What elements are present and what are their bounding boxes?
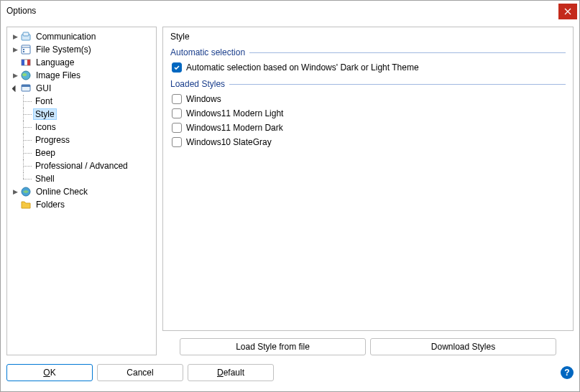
tree-item-progress[interactable]: Progress xyxy=(19,134,155,146)
tree-label: Font xyxy=(33,95,55,107)
folders-icon xyxy=(20,199,32,210)
svg-rect-3 xyxy=(23,32,29,36)
chevron-right-icon[interactable]: ▶ xyxy=(10,45,20,55)
tree-label: Language xyxy=(34,57,76,68)
communication-icon xyxy=(20,31,32,42)
chevron-down-icon[interactable] xyxy=(10,83,20,93)
tree-label: Image Files xyxy=(34,70,83,81)
checkbox-unchecked-icon xyxy=(172,94,182,104)
svg-rect-4 xyxy=(22,45,30,54)
style-panel: Style Automatic selection Automatic sele… xyxy=(162,27,574,331)
checkbox-unchecked-icon xyxy=(172,123,182,133)
tree-item-language[interactable]: ▶ Language xyxy=(9,56,155,69)
content-area: ▶ Communication ▶ File System(s) ▶ Langu… xyxy=(1,21,579,361)
language-icon xyxy=(20,57,32,68)
gui-children: Font Style Icons Progress Beep Professio… xyxy=(9,95,155,185)
checkbox-unchecked-icon xyxy=(172,137,182,147)
options-tree[interactable]: ▶ Communication ▶ File System(s) ▶ Langu… xyxy=(6,27,157,355)
filesystem-icon xyxy=(20,44,32,55)
tree-label: Style xyxy=(33,108,57,120)
tree-label: Professional / Advanced xyxy=(33,160,130,172)
checkbox-label: Windows11 Modern Light xyxy=(186,108,283,118)
close-button[interactable] xyxy=(558,4,577,19)
tree-item-onlinecheck[interactable]: ▶ Online Check xyxy=(9,185,155,198)
svg-rect-10 xyxy=(27,60,30,65)
tree-label: Beep xyxy=(33,147,57,159)
tree-item-communication[interactable]: ▶ Communication xyxy=(9,30,155,43)
svg-rect-6 xyxy=(23,49,24,50)
divider xyxy=(229,84,566,85)
checkbox-label: Windows11 Modern Dark xyxy=(186,123,283,133)
close-icon xyxy=(564,8,571,15)
style-option-windows[interactable]: Windows xyxy=(170,92,566,106)
checkbox-label: Windows xyxy=(186,94,221,104)
chevron-right-icon[interactable]: ▶ xyxy=(10,32,20,42)
default-button[interactable]: Default xyxy=(188,364,274,381)
gui-icon xyxy=(20,83,32,94)
tree-label: Icons xyxy=(33,121,58,133)
footer: OK Cancel Default ? xyxy=(1,361,579,387)
tree-item-style[interactable]: Style xyxy=(19,108,155,121)
svg-rect-9 xyxy=(22,60,24,65)
cancel-button[interactable]: Cancel xyxy=(97,364,183,381)
tree-label: GUI xyxy=(34,83,53,94)
checkbox-label: Automatic selection based on Windows' Da… xyxy=(186,62,419,73)
chevron-right-icon[interactable]: ▶ xyxy=(10,187,20,197)
svg-point-12 xyxy=(22,73,27,76)
tree-label: File System(s) xyxy=(34,44,93,55)
style-option-win11-light[interactable]: Windows11 Modern Light xyxy=(170,106,566,121)
divider xyxy=(249,52,566,53)
tree-item-imagefiles[interactable]: ▶ Image Files xyxy=(9,69,155,82)
ok-label: K xyxy=(50,368,56,378)
checkbox-checked-icon xyxy=(172,62,182,73)
group-loaded-styles: Loaded Styles xyxy=(170,79,566,89)
image-files-icon xyxy=(20,70,32,81)
tree-item-folders[interactable]: ▶ Folders xyxy=(9,198,155,211)
tree-item-professional[interactable]: Professional / Advanced xyxy=(19,159,155,172)
svg-rect-14 xyxy=(22,85,30,87)
tree-item-shell[interactable]: Shell xyxy=(19,172,155,185)
tree-label: Communication xyxy=(34,31,98,42)
online-check-icon xyxy=(20,186,32,197)
tree-item-gui[interactable]: GUI xyxy=(9,82,155,95)
tree-item-font[interactable]: Font xyxy=(19,95,155,108)
chevron-right-icon[interactable]: ▶ xyxy=(10,70,20,80)
titlebar: Options xyxy=(1,1,579,21)
default-label: efault xyxy=(224,368,244,378)
window-title: Options xyxy=(6,6,36,16)
svg-rect-7 xyxy=(23,51,24,52)
tree-label: Folders xyxy=(34,199,67,210)
ok-button[interactable]: OK xyxy=(6,364,93,381)
group-label-text: Loaded Styles xyxy=(170,79,225,89)
tree-item-icons[interactable]: Icons xyxy=(19,121,155,134)
auto-selection-checkbox[interactable]: Automatic selection based on Windows' Da… xyxy=(170,60,566,75)
download-styles-button[interactable]: Download Styles xyxy=(370,338,556,355)
tree-item-filesystem[interactable]: ▶ File System(s) xyxy=(9,43,155,56)
tree-label: Progress xyxy=(33,134,72,146)
help-button[interactable]: ? xyxy=(561,366,574,379)
checkbox-label: Windows10 SlateGray xyxy=(186,137,272,147)
tree-label: Shell xyxy=(33,173,57,185)
load-style-button[interactable]: Load Style from file xyxy=(180,338,366,355)
style-buttons: Load Style from file Download Styles xyxy=(162,331,574,355)
checkbox-unchecked-icon xyxy=(172,108,182,118)
style-option-win11-dark[interactable]: Windows11 Modern Dark xyxy=(170,121,566,135)
tree-label: Online Check xyxy=(34,186,90,197)
right-panel: Style Automatic selection Automatic sele… xyxy=(162,27,574,355)
group-automatic: Automatic selection xyxy=(170,47,566,57)
tree-item-beep[interactable]: Beep xyxy=(19,146,155,159)
style-option-win10-slategray[interactable]: Windows10 SlateGray xyxy=(170,135,566,149)
panel-title: Style xyxy=(170,32,566,42)
group-label-text: Automatic selection xyxy=(170,47,245,57)
help-icon: ? xyxy=(564,368,569,378)
